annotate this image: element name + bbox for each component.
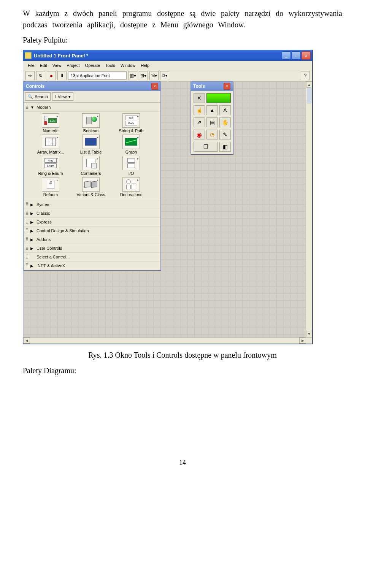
controls-search-label: Search xyxy=(35,94,48,99)
ctl-string-label: String & Path xyxy=(119,128,144,133)
resize-button[interactable]: ⇲▾ xyxy=(149,71,159,80)
titlebar[interactable]: Untitled 1 Front Panel * _ □ × xyxy=(23,50,312,61)
menu-project[interactable]: Project xyxy=(64,62,82,68)
drawer-user-label: User Controls xyxy=(36,246,62,250)
ctl-variant-label: Variant & Class xyxy=(77,192,105,197)
tool-shortcut-menu[interactable]: ▤ xyxy=(206,117,218,127)
menubar: File Edit View Project Operate Tools Win… xyxy=(23,61,312,70)
ctl-string-abc: abc xyxy=(125,116,137,120)
ctl-array[interactable]: ▸ Array, Matrix... xyxy=(30,135,71,154)
drawer-dotnet-label: .NET & ActiveX xyxy=(36,263,65,268)
tool-operate[interactable]: ☝ xyxy=(194,105,205,115)
ctl-graph[interactable]: ▸ Graph xyxy=(111,135,151,154)
scroll-thumb-v[interactable] xyxy=(307,87,311,103)
help-button[interactable]: ? xyxy=(301,71,310,80)
run-button[interactable]: ⇨ xyxy=(25,71,35,80)
align-button[interactable]: ▦▾ xyxy=(128,71,137,80)
menu-edit[interactable]: Edit xyxy=(38,62,49,68)
vertical-scrollbar[interactable]: ▲ ▼ xyxy=(306,81,312,338)
ctl-io-label: I/O xyxy=(129,171,134,176)
controls-drawer-express[interactable]: ▶Express xyxy=(24,217,160,226)
ctl-decorations[interactable]: ▸ Decorations xyxy=(111,177,151,197)
ctl-containers-label: Containers xyxy=(81,171,101,176)
window-title: Untitled 1 Front Panel * xyxy=(34,53,88,59)
font-selector[interactable]: 13pt Application Font xyxy=(68,71,127,80)
ctl-variant[interactable]: ▸ Variant & Class xyxy=(71,177,111,197)
scroll-corner xyxy=(306,338,312,344)
tools-palette-title[interactable]: Tools × xyxy=(191,82,233,91)
ctl-refnum[interactable]: ▸# Refnum xyxy=(30,177,71,197)
controls-drawer-modern[interactable]: ▼ Modern xyxy=(24,103,160,111)
tools-palette[interactable]: Tools × ✕ ☝ ▲ A ⇗ ▤ ✋ ◉ ◔ ✎ ❐ xyxy=(190,81,233,154)
controls-palette-title[interactable]: Controls × xyxy=(24,82,160,91)
menu-view[interactable]: View xyxy=(50,62,64,68)
ctl-refnum-label: Refnum xyxy=(43,192,58,197)
ctl-io[interactable]: ▸ I/O xyxy=(111,156,151,176)
pause-button[interactable]: II xyxy=(57,71,67,80)
ctl-containers[interactable]: ▸ Containers xyxy=(71,156,111,176)
ctl-list-label: List & Table xyxy=(80,150,102,154)
controls-drawer-system[interactable]: ▶System xyxy=(24,200,160,209)
scroll-right-icon[interactable]: ▶ xyxy=(299,338,306,344)
minimize-button[interactable]: _ xyxy=(282,51,291,60)
ctl-ring-label: Ring & Enum xyxy=(38,171,63,176)
font-label: 13pt Application Font xyxy=(71,73,110,78)
ctl-numeric-value: 1.23 xyxy=(48,118,57,123)
ctl-list[interactable]: ▸ List & Table xyxy=(71,135,111,154)
tool-probe[interactable]: ◔ xyxy=(206,130,218,139)
close-button[interactable]: × xyxy=(302,51,311,60)
tool-auto[interactable]: ✕ xyxy=(194,93,205,103)
ctl-refnum-hash: # xyxy=(47,180,54,189)
ctl-numeric[interactable]: ▸1.23 Numeric xyxy=(30,113,71,133)
tool-led-indicator[interactable] xyxy=(206,93,231,103)
tools-palette-close[interactable]: × xyxy=(224,83,230,90)
tool-wire[interactable]: ⇗ xyxy=(194,117,205,127)
labview-window: Untitled 1 Front Panel * _ □ × File Edit… xyxy=(23,50,313,344)
scroll-down-icon[interactable]: ▼ xyxy=(306,331,312,338)
controls-palette-close[interactable]: × xyxy=(151,83,158,90)
tool-breakpoint[interactable]: ◉ xyxy=(194,130,205,139)
menu-window[interactable]: Window xyxy=(118,62,138,68)
ctl-ring[interactable]: ▸RingEnum Ring & Enum xyxy=(30,156,71,176)
controls-view[interactable]: ⁞ View ▾ xyxy=(52,92,73,101)
scroll-left-icon[interactable]: ◀ xyxy=(23,338,30,344)
menu-file[interactable]: File xyxy=(25,62,37,68)
maximize-button[interactable]: □ xyxy=(292,51,301,60)
reorder-button[interactable]: ⧉▾ xyxy=(160,71,169,80)
controls-drawer-select[interactable]: Select a Control... xyxy=(24,252,160,261)
distribute-button[interactable]: ⊞▾ xyxy=(139,71,148,80)
controls-drawer-cds[interactable]: ▶Control Design & Simulation xyxy=(24,226,160,235)
controls-search[interactable]: 🔍 Search xyxy=(25,92,51,101)
tool-color-copy[interactable]: ✎ xyxy=(219,130,231,139)
run-cont-button[interactable]: ↻ xyxy=(36,71,45,80)
abort-button[interactable]: ● xyxy=(47,71,56,80)
ctl-boolean[interactable]: ▸ Boolean xyxy=(71,113,111,133)
tool-text[interactable]: A xyxy=(219,105,231,115)
drawer-system-label: System xyxy=(36,202,51,207)
controls-drawer-classic[interactable]: ▶Classic xyxy=(24,209,160,217)
controls-drawer-addons[interactable]: ▶Addons xyxy=(24,235,160,244)
menu-help[interactable]: Help xyxy=(138,62,152,68)
section-label-1: Palety Pulpitu: xyxy=(23,36,342,44)
page-number: 14 xyxy=(23,459,342,467)
tool-position[interactable]: ▲ xyxy=(206,105,218,115)
ctl-string-path: Path xyxy=(125,121,137,125)
modern-subpalette: ▸1.23 Numeric ▸ Boolean ▸abcPath String … xyxy=(24,111,160,200)
controls-palette-title-text: Controls xyxy=(26,84,44,89)
tool-scroll[interactable]: ✋ xyxy=(219,117,231,127)
horizontal-scrollbar[interactable]: ◀ ▶ xyxy=(23,337,306,344)
drawer-addons-label: Addons xyxy=(36,237,51,242)
menu-tools[interactable]: Tools xyxy=(103,62,117,68)
controls-view-label: View xyxy=(58,94,67,99)
controls-drawer-dotnet[interactable]: ▶.NET & ActiveX xyxy=(24,261,160,270)
ctl-decorations-label: Decorations xyxy=(120,192,143,197)
menu-operate[interactable]: Operate xyxy=(83,62,103,68)
ctl-string[interactable]: ▸abcPath String & Path xyxy=(111,113,151,133)
ctl-ring-r: Ring xyxy=(44,158,57,163)
controls-drawer-user[interactable]: ▶User Controls xyxy=(24,244,160,252)
front-panel-workarea[interactable]: 1 Controls × 🔍 Search ⁞ View ▾ ▼ Modern xyxy=(23,81,312,344)
tool-color[interactable]: ❐ xyxy=(194,142,218,152)
tool-color-bg[interactable]: ◧ xyxy=(219,142,231,152)
controls-palette[interactable]: Controls × 🔍 Search ⁞ View ▾ ▼ Modern ▸1… xyxy=(23,81,161,270)
ctl-boolean-label: Boolean xyxy=(83,128,98,133)
